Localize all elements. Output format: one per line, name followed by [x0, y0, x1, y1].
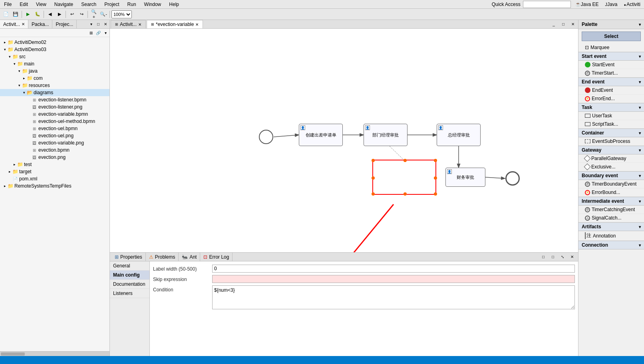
palette-item-endevent[interactable]: EndEvent: [578, 86, 644, 95]
expand-activitiDemo02[interactable]: ▸: [2, 40, 7, 44]
properties-tab-ant[interactable]: 🐜 Ant: [179, 253, 200, 261]
section-collapse-artifacts[interactable]: ▾: [639, 225, 641, 229]
sidebar-maximize-btn[interactable]: □: [95, 21, 101, 28]
handle-br[interactable]: [434, 192, 437, 196]
palette-section-connection[interactable]: Connection ▾: [578, 241, 644, 249]
tree-item-test[interactable]: ▸ 📁 test: [0, 161, 109, 168]
tree-item-evection-listener-png[interactable]: 🖼 evection-listener.png: [0, 103, 109, 111]
section-collapse-container[interactable]: ▾: [639, 131, 641, 135]
menu-edit[interactable]: Edit: [17, 1, 30, 8]
palette-select-btn[interactable]: Select: [582, 32, 641, 41]
palette-section-gateway[interactable]: Gateway ▾: [578, 146, 644, 154]
expand-target[interactable]: ▸: [7, 170, 12, 174]
tree-item-remote[interactable]: ▸ 📁 RemoteSystemsTempFiles: [0, 182, 109, 190]
palette-item-marquee[interactable]: ⊡ Marquee: [578, 44, 644, 52]
expand-com[interactable]: ▸: [22, 76, 26, 80]
palette-item-timerstart[interactable]: ⏱ TimerStart...: [578, 69, 644, 77]
tree-item-com[interactable]: ▸ 📁 com: [0, 75, 109, 82]
palette-item-parallelgateway[interactable]: ParallelGateway: [578, 154, 644, 163]
sidebar-close-btn[interactable]: ✕: [102, 21, 109, 28]
menu-project[interactable]: Project: [102, 1, 121, 8]
palette-item-annotation[interactable]: 注 Annotation: [578, 231, 644, 241]
form-input-condition[interactable]: [212, 285, 575, 309]
tree-item-java[interactable]: ▾ 📁 java: [0, 67, 109, 75]
palette-item-usertask[interactable]: UserTask: [578, 112, 644, 120]
redo-btn[interactable]: ↪: [77, 10, 86, 19]
form-input-skipexpr[interactable]: [212, 275, 575, 283]
palette-section-end-event[interactable]: End event ▾: [578, 77, 644, 86]
section-collapse-intermediate[interactable]: ▾: [639, 199, 641, 204]
tree-item-evection-variable-png[interactable]: 🖼 evection-variable.png: [0, 139, 109, 146]
save-btn[interactable]: 💾: [11, 10, 20, 19]
expand-main[interactable]: ▾: [12, 62, 17, 66]
properties-tab-errorlog[interactable]: ⊡ Error Log: [200, 253, 233, 261]
props-nav-general[interactable]: General: [110, 261, 149, 271]
props-nav-mainconfig[interactable]: Main config: [110, 271, 149, 280]
editor-maximize-btn[interactable]: □: [559, 20, 568, 29]
zoom-in-btn[interactable]: 🔍+: [89, 10, 98, 19]
forward-btn[interactable]: ▶: [55, 10, 64, 19]
zoom-select[interactable]: 100% 75% 50%: [111, 10, 132, 18]
palette-item-scripttask[interactable]: ScriptTask...: [578, 120, 644, 129]
debug-btn[interactable]: 🐛: [33, 10, 42, 19]
palette-item-errorend[interactable]: ⚡ ErrorEnd...: [578, 95, 644, 103]
bpmn-task-general-manager[interactable]: 👤 总经理审批: [437, 124, 481, 146]
properties-tab-props[interactable]: ⊞ Properties: [111, 253, 146, 261]
tree-item-src[interactable]: ▾ 📁 src: [0, 53, 109, 60]
editor-tab-close-activiti[interactable]: ✕: [138, 22, 141, 27]
props-minimize-btn[interactable]: □: [539, 253, 548, 261]
tree-item-target[interactable]: ▸ 📁 target: [0, 168, 109, 175]
tree-item-evection-png[interactable]: 🖼 evection.png: [0, 154, 109, 161]
menu-window[interactable]: Window: [142, 1, 164, 8]
palette-section-artifacts[interactable]: Artifacts ▾: [578, 222, 644, 231]
expand-remote[interactable]: ▸: [2, 184, 7, 188]
palette-item-eventsubprocess[interactable]: EventSubProcess: [578, 137, 644, 146]
bpmn-task-finance[interactable]: 👤 财务审批: [445, 168, 485, 187]
expand-activitiDemo03[interactable]: ▾: [2, 47, 7, 51]
palette-item-signalcatching[interactable]: △ SignalCatch...: [578, 214, 644, 222]
palette-section-intermediate-event[interactable]: Intermediate event ▾: [578, 197, 644, 206]
sidebar-scrollbar-thumb[interactable]: [1, 352, 25, 356]
sidebar-tab-project[interactable]: Projec...: [52, 20, 77, 28]
section-collapse-connection[interactable]: ▾: [639, 243, 641, 247]
section-collapse-boundary[interactable]: ▾: [639, 174, 641, 178]
editor-minimize-btn[interactable]: _: [549, 20, 558, 29]
menu-help[interactable]: Help: [167, 1, 181, 8]
palette-section-boundary-event[interactable]: Boundary event ▾: [578, 171, 644, 180]
bpmn-selected-task[interactable]: [372, 160, 436, 195]
handle-tl[interactable]: [372, 159, 375, 162]
palette-item-timerboundary[interactable]: ⏱ TimerBoundaryEvent: [578, 180, 644, 188]
section-collapse-start[interactable]: ▾: [639, 54, 641, 59]
run-btn[interactable]: ▶: [24, 10, 32, 19]
bpmn-canvas[interactable]: 👤 创建出差申请单 👤 部门经理审批 👤 总经理审批: [110, 29, 578, 252]
tree-item-resources[interactable]: ▾ 📁 resources: [0, 82, 109, 89]
tree-item-activitiDemo03[interactable]: ▾ 📁 ActivitiDemo03: [0, 46, 109, 53]
tree-item-evection-bpmn[interactable]: ⊞ evection.bpmn: [0, 146, 109, 154]
palette-section-start-event[interactable]: Start event ▾: [578, 52, 644, 61]
handle-tm[interactable]: [403, 159, 407, 162]
menu-file[interactable]: File: [2, 1, 14, 8]
props-close-btn[interactable]: ✕: [568, 253, 576, 261]
palette-item-startevent[interactable]: StartEvent: [578, 61, 644, 69]
palette-item-exclusivegateway[interactable]: Exclusive...: [578, 163, 644, 171]
handle-bm[interactable]: [403, 192, 407, 196]
tree-item-evection-uel-method[interactable]: ⊞ evection-uel-method.bpmn: [0, 118, 109, 125]
tree-item-activitiDemo02[interactable]: ▸ 📁 ActivitiDemo02: [0, 39, 109, 46]
palette-section-task[interactable]: Task ▾: [578, 103, 644, 112]
tree-item-pom[interactable]: 📄 pom.xml: [0, 175, 109, 182]
tree-item-evection-listener-bpmn[interactable]: ⊞ evection-listener.bpmn: [0, 96, 109, 103]
sidebar-menu-btn[interactable]: ▾: [102, 30, 109, 36]
perspective-activiti-btn[interactable]: ⬥ Activiti: [622, 0, 642, 9]
editor-tab-activiti[interactable]: ⊞ Activit... ✕: [111, 20, 146, 28]
palette-item-errorboundary[interactable]: ⚡ ErrorBound...: [578, 188, 644, 197]
new-btn[interactable]: 📄: [2, 10, 10, 19]
handle-mr[interactable]: [434, 176, 437, 180]
section-collapse-gateway[interactable]: ▾: [639, 148, 641, 152]
back-btn[interactable]: ◀: [46, 10, 54, 19]
expand-diagrams[interactable]: ▾: [22, 91, 26, 95]
expand-java[interactable]: ▾: [17, 69, 22, 73]
editor-tab-evection[interactable]: ⊞ *evection-variable ✕: [147, 20, 203, 28]
bpmn-end-event[interactable]: [505, 171, 520, 186]
tree-item-diagrams[interactable]: ▾ 📂 diagrams: [0, 89, 109, 96]
props-expand-btn[interactable]: ⤡: [558, 253, 567, 261]
